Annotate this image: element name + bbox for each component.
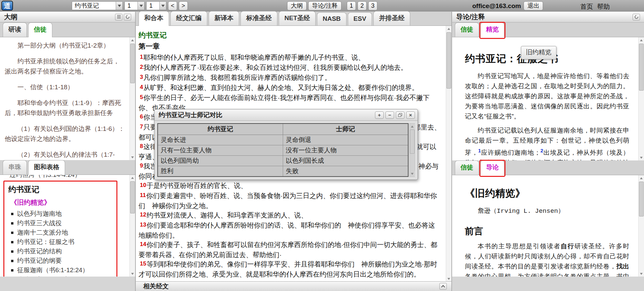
home-link[interactable]: 首页 [580,2,593,11]
logout-button[interactable]: 退出 [524,1,543,10]
verse-number[interactable]: 8 [140,143,143,149]
scroll-up-icon[interactable] [639,37,644,43]
chart-list-item[interactable]: 分地（书13至21章） [8,275,114,277]
next-chapter-button[interactable]: > [179,1,188,10]
verse-number[interactable]: 4 [140,84,143,90]
tab-daolun-intro[interactable]: 导论 [480,160,504,175]
chart-list-item[interactable]: 以色列与迦南地 [8,209,114,219]
chart-list-item-clipped[interactable]: 过约但河（书3:14-4:24） [3,175,124,179]
tab-jinglan-survey[interactable]: 精览 [480,22,504,37]
tab-parallel-bibles[interactable]: 并排圣经 [373,11,410,26]
scroll-thumb[interactable] [639,182,644,216]
verse-number[interactable]: 9 [140,162,143,169]
scroll-up-icon[interactable] [639,175,644,181]
scroll-up-icon[interactable] [446,26,451,32]
dialog-titlebar[interactable]: 约书亚记与士师记对比 + − × [155,109,418,121]
verse-number[interactable]: 12 [140,211,146,218]
verse-number[interactable]: 15 [140,260,146,267]
close-icon[interactable]: × [406,111,415,119]
scroll-down-icon[interactable] [130,154,135,160]
app-logo[interactable]: 道 [1,1,13,11]
tab-version-csb[interactable]: 标准圣经 [240,11,277,26]
scroll-down-icon[interactable] [446,276,451,282]
scroll-up-icon[interactable] [130,175,135,181]
scroll-thumb[interactable] [446,32,451,89]
verse-number[interactable]: 5 [140,94,143,100]
zoom-in-icon[interactable]: + [375,111,384,119]
scroll-thumb[interactable] [130,181,135,213]
chevron-down-icon[interactable] [138,2,144,10]
verse: 11你们要走遍营中、吩咐百姓、说、当预备食物·因为三日之内、你们要过这约但河、进… [139,191,441,210]
tab-believer-outline[interactable]: 信徒 [28,22,52,37]
tab-concordance[interactable]: 经文汇编 [170,11,207,26]
table-cell: 失败 [283,166,409,177]
chapter-select[interactable]: 1 [124,1,145,10]
panel-toggle-buttons: 大纲 导论/注释 1 2 3 [287,1,377,10]
verse: 2我的仆人摩西死了·现在你要起来、和众百姓过这约但河、往我所要赐给以色列人的地去… [139,63,441,73]
refresh-icon[interactable] [633,14,640,20]
layout-one-pane-button[interactable]: 1 [347,1,356,10]
refresh-icon[interactable] [124,14,131,20]
survey-scrollbar[interactable] [638,37,644,160]
scroll-up-icon[interactable] [130,37,135,43]
verse-number[interactable]: 10 [140,182,146,188]
scroll-thumb[interactable] [410,130,415,154]
verse-number[interactable]: 7 [140,124,143,130]
chevron-down-icon[interactable] [116,2,122,10]
scroll-down-icon[interactable] [639,155,644,160]
verse-number[interactable]: 1 [140,54,143,60]
related-verses-bar[interactable]: 相关经文 [136,281,451,291]
scroll-thumb[interactable] [639,44,644,91]
scroll-up-icon[interactable] [410,124,415,129]
chart-list-item[interactable]: 约书亚记的结构 [8,247,114,256]
scroll-down-icon[interactable] [410,171,415,177]
tab-version-esv[interactable]: ESV [348,12,372,26]
chart-list-item[interactable]: 约书亚记的纲要 [8,256,114,265]
tab-charts-tables[interactable]: 图和表格 [28,160,65,175]
book-select[interactable]: 约书亚记 [72,1,123,10]
tab-study[interactable]: 研读 [3,22,27,37]
layout-two-pane-button[interactable]: 2 [358,1,367,10]
chart-list-item[interactable]: 迦南十二支派分地 [8,228,114,237]
outline-scrollbar[interactable] [129,37,135,160]
tab-believer-intro[interactable]: 信徒 [455,160,479,175]
tab-cross-references[interactable]: 串珠 [3,160,27,175]
collapse-icon[interactable] [439,283,447,290]
help-link[interactable]: 帮助 [597,2,610,11]
verse-number[interactable]: 2 [140,64,143,70]
outline-toggle-button[interactable]: 大纲 [287,1,307,10]
charts-scrollbar[interactable] [129,175,135,277]
intro-scrollbar[interactable] [638,175,644,277]
verse-number[interactable]: 13 [140,222,146,228]
tab-version-nasb[interactable]: NASB [317,12,346,26]
verse-number[interactable]: 14 [140,241,146,247]
scroll-down-icon[interactable] [639,271,644,277]
chevron-down-icon[interactable] [159,2,166,10]
chart-list-item[interactable]: 征服迦南（书6:1-12:24） [8,265,114,275]
zoom-out-icon[interactable]: − [385,111,394,119]
tab-version-ncv[interactable]: 新译本 [209,11,239,26]
verse-number[interactable]: 6 [140,113,143,120]
comparison-dialog[interactable]: 约书亚记与士师记对比 + − × 约书亚记 士师记 灵命长进 灵命倒退 只有一位… [154,109,418,180]
footnote-ref[interactable]: 1 [478,148,481,153]
chart-list-item[interactable]: 约书亚三大战役 [8,219,114,228]
tab-believer-notes[interactable]: 信徒 [455,22,479,37]
restore-window-icon[interactable] [396,111,405,119]
intro-notes-toggle-button[interactable]: 导论/注释 [308,1,341,10]
tab-version-cuv[interactable]: 和合本 [139,11,169,26]
dialog-table-scrollbar[interactable] [409,123,415,177]
verse-select[interactable]: 1 [146,1,166,10]
bible-scrollbar[interactable] [446,26,451,282]
footnote-ref[interactable]: 2 [540,148,543,153]
chart-list-item[interactable]: 约书亚记：征服之书 [8,237,114,247]
scroll-down-icon[interactable] [130,271,135,277]
prev-chapter-button[interactable]: < [168,1,177,10]
verse-number[interactable]: 3 [140,74,143,80]
layout-three-pane-button[interactable]: 3 [368,1,377,10]
verse-number[interactable]: 11 [140,192,146,198]
scroll-thumb[interactable] [130,44,135,83]
verse: 1耶和华的仆人摩西死了以后、耶和华晓谕摩西的帮手嫩的儿子约书亚、说、 [139,53,441,63]
comparison-table: 约书亚记 士师记 灵命长进 灵命倒退 只有一位主要人物 没有一位主要人物 以色列… [157,123,409,177]
notes-icon[interactable] [115,14,122,20]
tab-version-net[interactable]: NET圣经 [279,11,316,26]
